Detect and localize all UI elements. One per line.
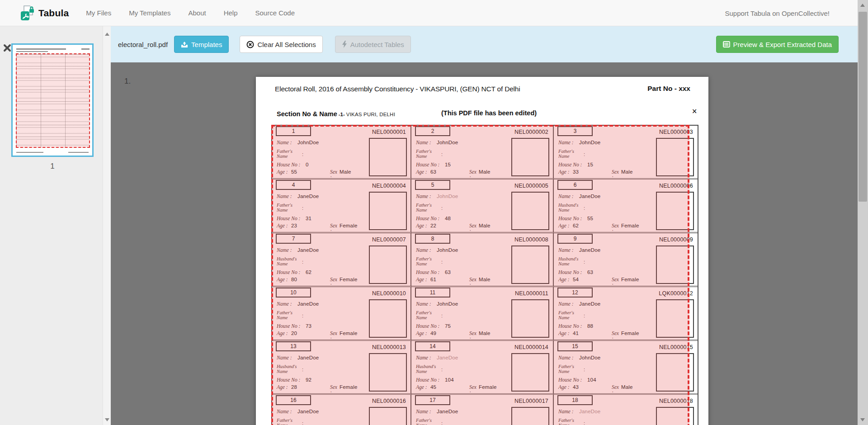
nav-item-source-code[interactable]: Source Code [255,9,295,17]
section-name: VIKAS PURI, DELHI [346,112,395,117]
thumbnail-selection-overlay [16,53,90,148]
thumb-title-bar [16,48,66,50]
page-thumbnail[interactable] [11,43,94,157]
toolbar: electoral_roll.pdf Templates Clear All S… [111,26,858,62]
part-number: Part No - xxx [647,85,690,93]
sidebar-scroll-up-icon[interactable] [105,33,109,36]
export-button-label: Preview & Export Extracted Data [733,41,832,48]
clear-circle-x-icon [246,41,254,48]
nav-item-my-templates[interactable]: My Templates [129,9,170,17]
nav-item-help[interactable]: Help [224,9,238,17]
thumbnail-page-number: 1 [11,162,94,171]
selection-overlay[interactable] [271,125,689,425]
thumb-footer-bar2 [68,152,89,153]
clear-selections-button[interactable]: Clear All Selections [240,36,322,53]
sidebar-scrollbar[interactable] [103,26,111,425]
sidebar: 1 [0,26,111,425]
export-button[interactable]: Preview & Export Extracted Data [716,36,839,53]
scrollbar-thumb[interactable] [859,12,867,202]
nav-menu: My Files My Templates About Help Source … [86,9,312,17]
templates-button[interactable]: Templates [174,36,229,53]
nav-item-my-files[interactable]: My Files [86,9,111,17]
filename-label: electoral_roll.pdf [118,41,168,48]
section-label: Section No & Name [277,110,337,118]
page-number-marker: 1. [124,77,131,86]
scroll-up-icon[interactable] [860,4,865,7]
table-list-icon [723,41,730,47]
templates-button-label: Templates [191,41,222,48]
section-heading: Section No & Name -1- VIKAS PURI, DELHI [277,110,395,118]
sidebar-scroll-down-icon[interactable] [105,418,109,421]
navbar: Tabula My Files My Templates About Help … [0,0,858,26]
scroll-down-icon[interactable] [860,418,865,421]
section-number: -1- [339,112,345,117]
selection-close-button[interactable]: × [692,107,697,116]
document-title: Electoral Roll, 2016 of Assembly Constit… [275,85,520,93]
thumb-section-bar [16,51,48,52]
edited-note: (This PDF file has been edited) [441,109,537,117]
brand-link[interactable]: Tabula [20,5,69,21]
autodetect-tables-button[interactable]: Autodetect Tables [335,36,411,53]
thumb-footer-bar [16,152,43,153]
support-link[interactable]: Support Tabula on OpenCollective! [725,0,830,26]
pdf-page[interactable]: Electoral Roll, 2016 of Assembly Constit… [256,77,708,425]
clear-selections-label: Clear All Selections [257,41,316,48]
main-area: 1. Electoral Roll, 2016 of Assembly Cons… [111,62,858,425]
tabula-logo-icon [20,5,34,21]
lightning-icon [342,41,347,48]
nav-item-about[interactable]: About [188,9,206,17]
thumbnail-close-icon[interactable] [3,43,12,52]
thumb-partno-bar [81,48,90,50]
autodetect-tables-label: Autodetect Tables [350,41,404,48]
window-scrollbar[interactable] [858,0,868,425]
templates-icon [181,41,188,48]
brand-name: Tabula [38,8,69,19]
